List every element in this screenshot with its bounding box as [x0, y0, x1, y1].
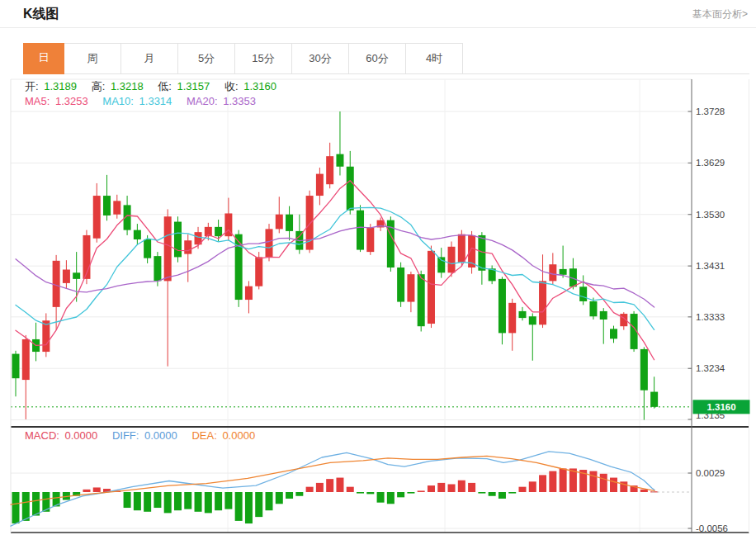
macd-bar: [63, 492, 70, 500]
candle-body: [620, 314, 627, 326]
macd-bar: [174, 492, 182, 510]
macd-bar: [12, 492, 20, 523]
page-title: K线图: [23, 6, 59, 23]
candle-body: [53, 261, 60, 307]
macd-bar: [631, 485, 638, 492]
macd-bar: [498, 492, 506, 499]
y-axis-label: 1.3629: [696, 158, 725, 168]
macd-value: 0.0000: [65, 429, 98, 442]
macd-bar: [640, 490, 648, 492]
candle-body: [134, 230, 141, 239]
candle-body: [387, 220, 395, 268]
period-tab-4[interactable]: 15分: [235, 43, 292, 73]
candle-body: [549, 264, 556, 281]
macd-bar: [539, 475, 546, 492]
macd-bar: [306, 487, 314, 492]
open-value: 1.3189: [44, 80, 77, 92]
ma10-value: 1.3314: [139, 95, 172, 107]
period-tab-3[interactable]: 5分: [178, 43, 235, 73]
low-value: 1.3157: [177, 80, 210, 92]
period-tab-5[interactable]: 30分: [292, 43, 349, 73]
candle-body: [184, 240, 191, 253]
kline-module: K线图 基本面分析> 日周月5分15分30分60分4时 开: 1.3189 高:…: [0, 0, 756, 535]
candle-body: [205, 227, 212, 236]
candle-body: [366, 227, 374, 252]
macd-bar: [32, 492, 40, 516]
macd-bar: [42, 492, 50, 512]
candle-body: [498, 279, 506, 334]
candle-body: [529, 316, 536, 324]
diff-label: DIFF:: [112, 429, 139, 442]
macd-bar: [620, 481, 627, 492]
ma20-value: 1.3353: [223, 95, 256, 107]
candle-body: [478, 235, 485, 271]
close-label: 收:: [224, 80, 239, 92]
macd-bar: [134, 492, 141, 510]
macd-bar: [549, 471, 556, 492]
macd-bar: [164, 492, 172, 513]
macd-bar: [83, 490, 90, 492]
candle-body: [124, 205, 131, 230]
candle-body: [589, 301, 597, 316]
period-tab-7[interactable]: 4时: [406, 43, 463, 73]
macd-bar: [478, 492, 485, 494]
macd-bar: [357, 492, 364, 494]
macd-bar: [397, 492, 404, 497]
fundamental-analysis-link[interactable]: 基本面分析>: [692, 7, 748, 21]
period-tab-1[interactable]: 周: [64, 43, 121, 73]
macd-bar: [579, 470, 587, 492]
y-axis-label: 1.3135: [696, 410, 725, 420]
candle-body: [600, 311, 607, 320]
period-tabs: 日周月5分15分30分60分4时: [23, 43, 463, 74]
macd-bar: [255, 492, 262, 517]
candle-body: [347, 167, 354, 211]
y-axis-label: 1.3333: [696, 312, 725, 322]
macd-bar: [407, 492, 414, 494]
candle-body: [418, 274, 425, 326]
ma20-line: [16, 226, 654, 308]
dea-label: DEA:: [191, 429, 216, 442]
macd-bar: [286, 492, 293, 499]
candle-body: [245, 286, 253, 300]
macd-bar: [73, 492, 80, 496]
candle-body: [508, 303, 516, 334]
candle-body: [276, 215, 283, 230]
candle-body: [448, 247, 456, 273]
candle-body: [266, 229, 273, 257]
macd-bar: [489, 492, 496, 496]
candle-body: [83, 235, 90, 279]
candle-body: [316, 174, 324, 196]
candle-body: [437, 257, 445, 272]
low-label: 低:: [158, 80, 172, 92]
macd-bar: [245, 492, 253, 523]
candle-body: [468, 235, 475, 268]
candle-body: [306, 196, 314, 250]
candle-body: [610, 329, 617, 339]
macd-bar: [448, 484, 456, 492]
macd-bar: [144, 492, 151, 512]
macd-bar: [569, 468, 577, 492]
macd-bar: [600, 474, 607, 492]
candle-body: [407, 274, 414, 301]
candle-body: [579, 286, 587, 301]
macd-bar: [458, 481, 465, 492]
macd-bar: [205, 492, 212, 513]
period-tab-6[interactable]: 60分: [349, 43, 406, 73]
y-axis-label: 1.3530: [696, 210, 725, 220]
candle-body: [42, 320, 50, 352]
period-tab-2[interactable]: 月: [121, 43, 178, 73]
period-tab-0[interactable]: 日: [23, 43, 64, 74]
macd-bar: [529, 481, 536, 492]
macd-bar: [124, 492, 131, 508]
dea-line: [11, 456, 654, 504]
candle-body: [22, 339, 30, 380]
macd-readout: MACD: 0.0000 DIFF: 0.0000 DEA: 0.0000: [25, 429, 258, 442]
candle-body: [174, 222, 182, 258]
ma5-label: MA5:: [25, 95, 50, 107]
candle-body: [224, 213, 232, 236]
close-value: 1.3160: [243, 80, 276, 92]
macd-axis-label: -0.0056: [696, 523, 728, 533]
macd-bar: [387, 492, 395, 504]
macd-bar: [468, 483, 475, 492]
candle-body: [12, 354, 20, 379]
